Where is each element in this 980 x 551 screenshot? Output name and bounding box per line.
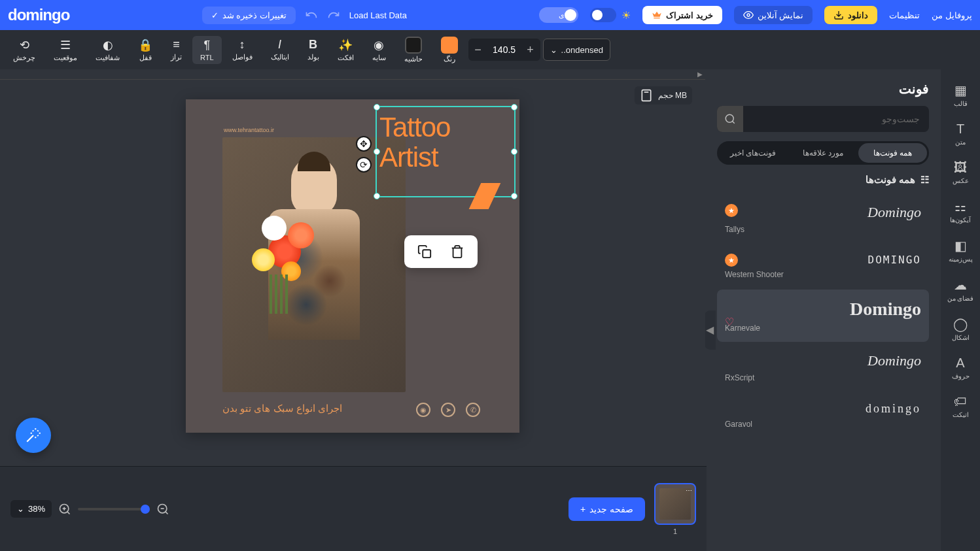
zoom-in-icon[interactable]	[58, 503, 71, 516]
download-icon	[833, 10, 844, 20]
spacing-icon: ↕	[239, 38, 245, 52]
heart-icon[interactable]: ♡	[725, 316, 734, 328]
sidebar-letters[interactable]: Aحروف	[941, 349, 980, 386]
letter-icon: A	[956, 356, 964, 371]
redo-icon[interactable]	[327, 8, 340, 22]
font-list: Domingo Tallys ★ DOMINGO Western Shooter…	[717, 195, 929, 438]
instagram-icon[interactable]: ◉	[416, 403, 430, 417]
sidebar-shapes[interactable]: ◯اشکال	[941, 310, 980, 348]
tool-effect[interactable]: ✨افکت	[330, 35, 362, 65]
crown-icon	[652, 10, 662, 20]
theme-toggle[interactable]	[590, 8, 616, 22]
ruler-horizontal: ▶	[0, 69, 705, 80]
sidebar-icons[interactable]: ⚏آیکون‌ها	[941, 192, 980, 230]
artboard-caption[interactable]: اجرای انواع سبک های تتو بدن	[222, 403, 342, 414]
sidebar-tools: ▦قالب Tمتن 🖼عکس ⚏آیکون‌ها ◧پس‌زمینه ☁فضا…	[941, 69, 980, 551]
search-input[interactable]	[743, 114, 929, 124]
font-size-value[interactable]: 140.5	[488, 44, 521, 55]
zoom-slider[interactable]	[78, 508, 150, 510]
settings-link[interactable]: تنظیمات	[889, 10, 920, 20]
resize-handle-tr[interactable]	[511, 104, 517, 110]
artboard[interactable]: www.tehrantattoo.ir Tattoo Artist ✥ ⟳	[186, 99, 519, 433]
font-item-western[interactable]: DOMINGO Western Shooter ★	[717, 244, 929, 288]
zoom-controls: ⌄38%	[10, 500, 169, 518]
tool-rtl[interactable]: ¶RTL	[192, 36, 222, 64]
bold-icon: B	[309, 38, 317, 52]
text-selection-box[interactable]: Tattoo Artist ✥ ⟳	[376, 106, 516, 197]
sidebar-image[interactable]: 🖼عکس	[941, 154, 980, 191]
artboard-url-text: www.tehrantattoo.ir	[224, 127, 274, 133]
size-indicator[interactable]: حجم MB	[635, 86, 692, 105]
italic-icon: I	[278, 38, 281, 52]
sidebar-tag[interactable]: 🏷اتیکت	[941, 388, 980, 425]
font-panel: فونت همه فونت‌ها مورد علاقه‌ها فونت‌های …	[705, 69, 941, 551]
tool-italic[interactable]: Iایتالیک	[263, 35, 297, 64]
font-item-garavol[interactable]: domingo Garavol	[717, 393, 929, 438]
tool-shadow[interactable]: ◉سایه	[364, 35, 394, 65]
tab-all-fonts[interactable]: همه فونت‌ها	[858, 143, 927, 163]
resize-handle-br[interactable]	[511, 193, 517, 199]
selected-text[interactable]: Tattoo Artist	[377, 107, 514, 178]
eye-icon	[743, 10, 754, 20]
svg-point-1	[726, 114, 733, 122]
social-icons: ◉ ➤ ✆	[416, 403, 480, 417]
zoom-value-select[interactable]: ⌄38%	[10, 500, 52, 518]
resize-handle-bl[interactable]	[374, 193, 380, 199]
sidebar-template[interactable]: ▦قالب	[941, 76, 980, 114]
tool-lock[interactable]: 🔒قفل	[130, 35, 160, 65]
load-last-button[interactable]: Load Last Data	[349, 10, 407, 20]
chevron-down-icon: ⌄	[17, 504, 24, 514]
rotate-handle-icon[interactable]: ⟳	[356, 157, 372, 173]
online-preview-button[interactable]: نمایش آنلاین	[734, 6, 813, 24]
tool-position[interactable]: ☰موقعیت	[46, 35, 85, 65]
resize-handle-ml[interactable]	[374, 148, 380, 155]
tool-rotate[interactable]: ⟲چرخش	[5, 35, 43, 65]
delete-button[interactable]	[450, 244, 464, 259]
whatsapp-icon[interactable]: ✆	[466, 403, 480, 417]
layers-icon: ☰	[60, 38, 71, 52]
tab-recent[interactable]: فونت‌های اخیر	[719, 143, 788, 163]
sidebar-text[interactable]: Tمتن	[941, 115, 980, 152]
sidebar-background[interactable]: ◧پس‌زمینه	[941, 231, 980, 269]
tool-color[interactable]: رنگ	[433, 34, 466, 66]
svg-point-0	[747, 14, 750, 16]
zoom-out-icon[interactable]	[156, 503, 169, 516]
font-item-tallys[interactable]: Domingo Tallys ★	[717, 195, 929, 243]
font-size-decrease[interactable]: −	[468, 39, 488, 61]
magic-fab-button[interactable]	[16, 418, 51, 453]
profile-link[interactable]: پروفایل من	[932, 10, 972, 20]
sidebar-myspace[interactable]: ☁فضای من	[941, 271, 980, 309]
resize-handle-mr[interactable]	[511, 148, 517, 155]
undo-icon[interactable]	[305, 8, 318, 22]
shapes-icon: ◯	[953, 316, 968, 332]
tool-spacing[interactable]: ↕فواصل	[224, 35, 260, 64]
tool-opacity[interactable]: ◐شفافیت	[88, 35, 128, 65]
font-family-select[interactable]: ⌄ ..ondensed	[543, 39, 610, 61]
font-item-rxscript[interactable]: Domingo RxScript	[717, 343, 929, 392]
opacity-icon: ◐	[103, 38, 113, 52]
tool-bold[interactable]: Bبولد	[300, 35, 327, 64]
app-header: پروفایل من تنظیمات دانلود نمایش آنلاین خ…	[0, 0, 980, 30]
new-page-button[interactable]: + صفحه جدید	[569, 497, 645, 521]
save-button[interactable]: تغییرات ذخیره شد ✓	[202, 7, 296, 24]
telegram-icon[interactable]: ➤	[441, 403, 455, 417]
tool-align[interactable]: ≡تراز	[163, 35, 190, 64]
page-thumbnail-1[interactable]: ⋯	[654, 483, 696, 525]
tab-favorites[interactable]: مورد علاقه‌ها	[789, 143, 858, 163]
rtl-icon: ¶	[203, 39, 210, 52]
mode-toggle[interactable]: عادی	[539, 7, 578, 23]
selection-context-menu	[404, 235, 478, 268]
download-button[interactable]: دانلود	[824, 6, 877, 24]
search-button[interactable]	[717, 106, 743, 132]
tool-border[interactable]: حاشیه	[396, 34, 430, 66]
page-options-icon[interactable]: ⋯	[686, 487, 692, 494]
font-item-karnevale[interactable]: Domingo Karnevale ♡	[717, 290, 929, 342]
font-size-increase[interactable]: +	[521, 39, 540, 61]
panel-collapse-handle[interactable]: ◀	[705, 310, 716, 350]
subscribe-button[interactable]: خرید اشتراک	[642, 6, 722, 24]
duplicate-button[interactable]	[417, 244, 432, 259]
lock-icon: 🔒	[138, 38, 152, 52]
move-handle-icon[interactable]: ✥	[356, 136, 372, 152]
save-label: تغییرات ذخیره شد	[222, 10, 287, 20]
resize-handle-tl[interactable]	[374, 104, 380, 110]
